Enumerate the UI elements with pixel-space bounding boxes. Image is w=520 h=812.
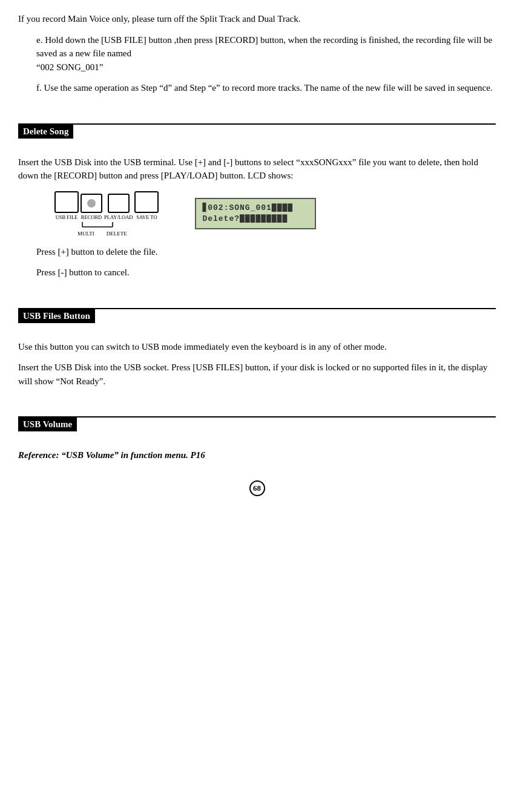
record-btn-rect [81,194,102,213]
lcd-line-2: Delete?█████████ [202,214,309,224]
press-plus: Press [+] button to delete the file. [36,245,496,259]
paragraph-e: e. Hold down the [USB FILE] button ,then… [36,33,496,74]
usb-file-label: USB FILE [56,214,78,220]
diagram-row: USB FILE RECORD PLAY/LOAD [54,191,496,237]
para-e-quote: “002 SONG_001” [36,62,103,72]
record-btn-group: RECORD [81,194,102,220]
lcd-display: ▊002:SONG_001████ Delete?█████████ [195,198,316,229]
multi-label: MULTI [77,231,94,237]
usb-volume-header: USB Volume [18,417,77,431]
play-load-btn-rect [108,194,130,213]
delete-song-header: Delete Song [18,125,73,139]
save-to-btn-rect [134,191,159,213]
para-e-text: e. Hold down the [USB FILE] button ,then… [36,35,492,59]
bracket-labels: MULTI DELETE [77,231,127,237]
usb-file-btn-group: USB FILE [54,191,79,220]
buttons-diagram: USB FILE RECORD PLAY/LOAD [54,191,159,237]
btn-icon-row: USB FILE RECORD PLAY/LOAD [54,191,159,220]
play-load-btn-group: PLAY/LOAD [104,194,133,220]
bracket-svg [81,221,142,231]
usb-files-para1: Use this button you can switch to USB mo… [18,340,496,354]
press-minus: Press [-] button to cancel. [36,266,496,280]
delete-label: DELETE [107,231,127,237]
usb-volume-ref: Reference: “USB Volume” in function menu… [18,448,496,462]
record-label: RECORD [81,214,102,220]
page-content: If you record Main Voice only, please tu… [18,12,496,462]
paragraph-1: If you record Main Voice only, please tu… [18,12,496,26]
delete-song-header-wrap: Delete Song [18,125,496,147]
delete-song-para1: Insert the USB Disk into the USB termina… [18,156,496,183]
usb-files-header: USB Files Button [18,309,95,323]
page-number-area: 68 [18,480,496,496]
paragraph-f: f. Use the same operation as Step “d” an… [36,81,496,95]
save-to-btn-group: SAVE TO [134,191,159,220]
usb-files-header-wrap: USB Files Button [18,309,496,332]
play-load-label: PLAY/LOAD [104,214,133,220]
usb-file-btn-rect [54,191,79,213]
page-number: 68 [249,480,265,496]
save-to-label: SAVE TO [136,214,157,220]
bracket-area [81,221,142,231]
usb-volume-header-wrap: USB Volume [18,417,496,440]
usb-files-para2: Insert the USB Disk into the USB socket.… [18,361,496,388]
lcd-line-1: ▊002:SONG_001████ [202,203,309,214]
